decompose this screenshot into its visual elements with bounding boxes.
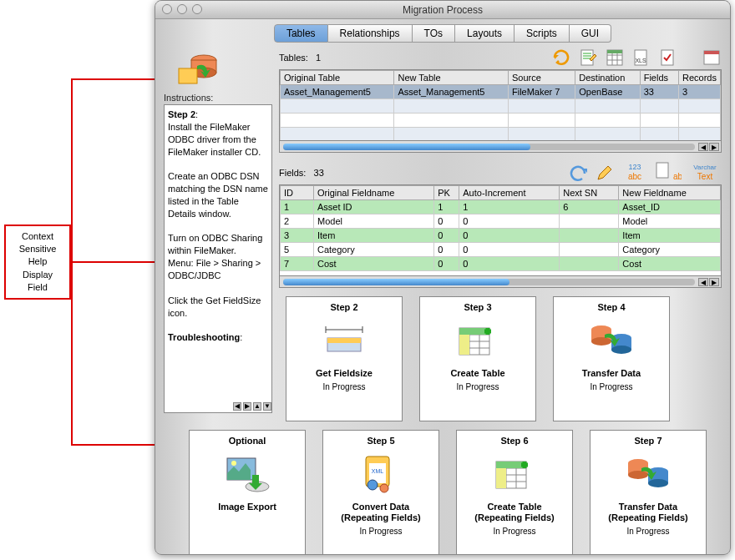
tab-gui[interactable]: GUI bbox=[570, 24, 611, 43]
svg-point-39 bbox=[380, 484, 388, 492]
instructions-p2: Create an ODBC DSN matching the DSN name… bbox=[168, 171, 268, 219]
cell bbox=[560, 243, 619, 257]
tab-tables[interactable]: Tables bbox=[274, 24, 328, 43]
ruler-icon bbox=[319, 317, 369, 363]
scroll-down-icon[interactable]: ▼ bbox=[263, 402, 271, 411]
check-doc-icon[interactable] bbox=[658, 48, 678, 68]
table-row[interactable] bbox=[281, 99, 721, 114]
step-card-7[interactable]: Step 7 Transfer Data (Repeating Fields) … bbox=[590, 430, 707, 555]
col-fields[interactable]: Fields bbox=[640, 71, 678, 85]
abc-123-icon[interactable]: 123abc bbox=[621, 163, 648, 183]
svg-text:abc: abc bbox=[628, 172, 641, 181]
tab-relationships[interactable]: Relationships bbox=[328, 24, 413, 43]
col-original-table[interactable]: Original Table bbox=[281, 71, 394, 85]
col-orig-fieldname[interactable]: Original Fieldname bbox=[314, 186, 434, 200]
col-id[interactable]: ID bbox=[281, 186, 314, 200]
table-row[interactable]: 3Item00Item bbox=[281, 229, 721, 243]
fields-grid[interactable]: ID Original Fieldname PK Auto-Increment … bbox=[279, 184, 722, 276]
table-row[interactable]: Asset_Management5 Asset_Management5 File… bbox=[281, 85, 721, 99]
cell: 1 bbox=[434, 200, 459, 214]
col-pk[interactable]: PK bbox=[434, 186, 459, 200]
window-controls bbox=[162, 4, 202, 14]
step-card-2[interactable]: Step 2 Get Fieldsize In Progress bbox=[286, 296, 403, 421]
pencil-icon[interactable] bbox=[595, 163, 615, 183]
step-title: Step 6 bbox=[500, 436, 528, 446]
col-new-fieldname[interactable]: New Fieldname bbox=[619, 186, 721, 200]
undo-icon[interactable] bbox=[568, 163, 588, 183]
scroll-up-icon[interactable]: ▲ bbox=[253, 402, 261, 411]
step-card-4[interactable]: Step 4 Transfer Data In Progress bbox=[553, 296, 670, 421]
scroll-left-icon[interactable]: ◀ bbox=[698, 143, 708, 151]
scroll-thumb[interactable] bbox=[283, 279, 509, 285]
table-row[interactable]: 7Cost00Cost bbox=[281, 257, 721, 271]
cell: 0 bbox=[459, 257, 560, 271]
svg-rect-22 bbox=[327, 338, 361, 343]
table-row[interactable]: 5Category00Category bbox=[281, 243, 721, 257]
step-card-6[interactable]: Step 6 Create Table (Repeating Fields) I… bbox=[456, 430, 573, 555]
col-destination[interactable]: Destination bbox=[575, 71, 640, 85]
table-row[interactable] bbox=[281, 114, 721, 128]
tables-count: 1 bbox=[316, 53, 321, 63]
table-row[interactable] bbox=[281, 128, 721, 142]
step-card-3[interactable]: Step 3 Create Table In Progress bbox=[419, 296, 536, 421]
col-auto-increment[interactable]: Auto-Increment bbox=[459, 186, 560, 200]
refresh-icon[interactable] bbox=[551, 48, 571, 68]
svg-rect-3 bbox=[179, 68, 197, 83]
step-title: Step 4 bbox=[597, 302, 625, 312]
svg-text:abc: abc bbox=[673, 172, 682, 181]
col-next-sn[interactable]: Next SN bbox=[560, 186, 619, 200]
fields-grid-wrap: ID Original Fieldname PK Auto-Increment … bbox=[279, 184, 722, 288]
svg-point-31 bbox=[611, 346, 631, 354]
instructions-panel: Step 2: Install the FileMaker ODBC drive… bbox=[164, 104, 272, 413]
step-status: In Progress bbox=[626, 527, 669, 536]
step-card-optional[interactable]: Optional Image Export bbox=[189, 430, 306, 555]
cell: 0 bbox=[434, 257, 459, 271]
steps-row-bottom: Optional Image Export Step 5 XML Convert… bbox=[164, 430, 722, 555]
svg-rect-42 bbox=[496, 468, 506, 488]
table-plus-icon bbox=[489, 451, 540, 497]
tab-tos[interactable]: TOs bbox=[413, 24, 455, 43]
step-title: Optional bbox=[229, 436, 266, 446]
scroll-left-icon[interactable]: ◀ bbox=[698, 278, 708, 286]
tables-toolbar: XLS bbox=[551, 48, 722, 68]
scroll-right-icon[interactable]: ▶ bbox=[709, 278, 719, 286]
cell: 0 bbox=[459, 243, 560, 257]
step-label: Convert Data (Repeating Fields) bbox=[341, 502, 420, 523]
zoom-window-icon[interactable] bbox=[192, 4, 202, 14]
window-title: Migration Process bbox=[403, 4, 483, 16]
minimize-window-icon[interactable] bbox=[177, 4, 187, 14]
tab-layouts[interactable]: Layouts bbox=[455, 24, 514, 43]
cell: Asset_Management5 bbox=[394, 85, 508, 99]
cell: 1 bbox=[459, 200, 560, 214]
col-source[interactable]: Source bbox=[508, 71, 575, 85]
close-window-icon[interactable] bbox=[162, 4, 172, 14]
fields-scrollbar[interactable]: ◀▶ bbox=[279, 276, 722, 288]
tab-scripts[interactable]: Scripts bbox=[514, 24, 570, 43]
cell: Cost bbox=[314, 257, 434, 271]
table-row[interactable]: 1Asset ID116Asset_ID bbox=[281, 200, 721, 214]
xls-icon[interactable]: XLS bbox=[631, 48, 651, 68]
scroll-right-icon[interactable]: ▶ bbox=[709, 143, 719, 151]
window-icon[interactable] bbox=[702, 48, 722, 68]
tables-grid[interactable]: Original Table New Table Source Destinat… bbox=[279, 69, 722, 141]
instructions-p3: Turn on ODBC Sharing within FileMaker. bbox=[168, 233, 262, 255]
varchar-text-icon[interactable]: VarcharText bbox=[688, 163, 722, 183]
svg-text:123: 123 bbox=[628, 163, 641, 171]
edit-doc-icon[interactable] bbox=[578, 48, 598, 68]
step-card-5[interactable]: Step 5 XML Convert Data (Repeating Field… bbox=[322, 430, 439, 555]
cell: 33 bbox=[640, 85, 678, 99]
table-row[interactable]: 2Model00Model bbox=[281, 214, 721, 229]
grid-icon[interactable] bbox=[605, 48, 625, 68]
col-records[interactable]: Records bbox=[679, 71, 721, 85]
fields-label: Fields: bbox=[279, 168, 306, 178]
abc-doc-icon[interactable]: abc bbox=[655, 163, 682, 183]
tables-scrollbar[interactable]: ◀▶ bbox=[279, 141, 722, 153]
scroll-left-icon[interactable]: ◀ bbox=[233, 402, 241, 411]
scroll-thumb[interactable] bbox=[283, 144, 530, 150]
svg-text:Text: Text bbox=[697, 172, 713, 181]
scroll-right-icon[interactable]: ▶ bbox=[243, 402, 251, 411]
instructions-step-title: Step 2 bbox=[168, 109, 195, 119]
image-export-icon bbox=[222, 451, 272, 497]
cell bbox=[560, 214, 619, 229]
col-new-table[interactable]: New Table bbox=[394, 71, 508, 85]
